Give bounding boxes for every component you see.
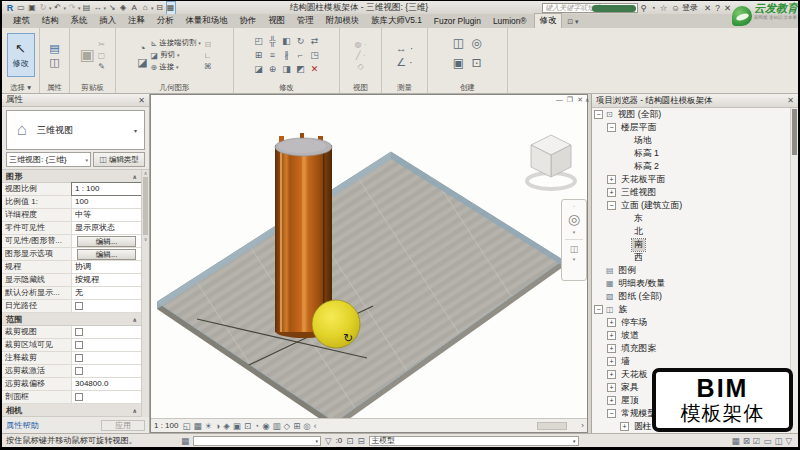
- unpin-icon[interactable]: ◩: [294, 63, 307, 76]
- detail-level-icon[interactable]: ◱: [182, 421, 190, 431]
- properties-scrollbar[interactable]: ∧∨: [141, 170, 149, 417]
- property-value[interactable]: 协调: [72, 261, 141, 273]
- tree-item-6[interactable]: +三维视图: [592, 186, 790, 199]
- text-icon[interactable]: A: [129, 2, 139, 14]
- checkbox-icon[interactable]: [75, 328, 83, 336]
- ribbon-tab-4[interactable]: 注释: [123, 14, 150, 28]
- tree-expander-icon[interactable]: +: [607, 344, 616, 353]
- ribbon-tab-0[interactable]: 建筑: [8, 14, 35, 28]
- edit-button[interactable]: 编辑...: [77, 249, 136, 260]
- type-properties-icon[interactable]: ◫: [49, 56, 59, 68]
- measure-icon-dropdown[interactable]: ▾: [104, 5, 107, 11]
- properties-close-icon[interactable]: ✕: [138, 96, 145, 105]
- tree-item-0[interactable]: −⊡视图 (全部): [592, 108, 790, 121]
- tree-item-3[interactable]: 标高 1: [592, 147, 790, 160]
- join-geometry-big-icon[interactable]: ◪: [137, 56, 147, 68]
- property-group-header-2[interactable]: 相机∧: [2, 404, 149, 417]
- redo-icon-dropdown[interactable]: ▾: [78, 5, 81, 11]
- tree-item-16[interactable]: +停车场: [592, 316, 790, 329]
- project-browser-close-icon[interactable]: ✕: [787, 96, 794, 105]
- zoom-arrow-icon[interactable]: ▾: [573, 256, 576, 262]
- join-tool[interactable]: ⊕连接▾: [151, 62, 179, 72]
- lightbulb-icon[interactable]: ◍ ·: [355, 40, 367, 49]
- type-selector[interactable]: ⌂ 三维视图 ▾: [6, 110, 145, 150]
- ribbon-tab-modify-active[interactable]: 修改: [534, 13, 563, 28]
- section-icon[interactable]: ⊟: [155, 2, 165, 14]
- ribbon-tab-9[interactable]: 管理: [292, 14, 319, 28]
- demolish-icon[interactable]: ⌘: [204, 62, 212, 71]
- trim-icon[interactable]: ⌐: [294, 49, 307, 62]
- panel-select-label[interactable]: 选择 ▾: [2, 82, 39, 93]
- viewport-close-icon[interactable]: ✕: [577, 96, 583, 104]
- aligned-dimension-icon[interactable]: ↘: [107, 2, 117, 14]
- undo-icon[interactable]: ↶: [53, 2, 63, 14]
- property-value[interactable]: 编辑...: [72, 235, 141, 247]
- tree-expander-icon[interactable]: −: [607, 201, 616, 210]
- tree-expander-icon[interactable]: −: [607, 409, 616, 418]
- property-value[interactable]: 100: [72, 196, 141, 208]
- property-value[interactable]: 编辑...: [72, 248, 141, 260]
- window-close-icon[interactable]: ✕: [724, 3, 731, 13]
- property-value[interactable]: 按规程: [72, 274, 141, 286]
- tree-item-14[interactable]: ▧图纸 (全部): [592, 290, 790, 303]
- tree-expander-icon[interactable]: +: [607, 331, 616, 340]
- property-value[interactable]: [72, 339, 141, 351]
- tree-expander-icon[interactable]: +: [620, 422, 629, 431]
- temporary-hide-isolate-icon[interactable]: ◔: [254, 421, 259, 431]
- sun-path-icon[interactable]: ☀: [205, 421, 213, 431]
- tree-expander-icon[interactable]: −: [607, 123, 616, 132]
- property-value[interactable]: 显示原状态: [72, 222, 141, 234]
- select-links-icon[interactable]: ▦: [732, 436, 740, 446]
- tree-item-13[interactable]: ▦明细表/数量: [592, 277, 790, 290]
- properties-help-link[interactable]: 属性帮助: [6, 420, 39, 431]
- tree-item-2[interactable]: 场地: [592, 134, 790, 147]
- exchange-apps-icon[interactable]: ✕: [704, 3, 711, 13]
- tag-icon[interactable]: ◈: [118, 2, 128, 14]
- checkbox-icon[interactable]: [75, 367, 83, 375]
- apply-button[interactable]: 应用: [101, 420, 145, 431]
- select-underlay-icon[interactable]: ⊠: [743, 436, 750, 446]
- floor-slab[interactable]: [157, 152, 563, 418]
- revit-logo-icon[interactable]: R: [5, 2, 15, 14]
- cope-icon[interactable]: ◰: [252, 35, 265, 48]
- tree-item-7[interactable]: −立面 (建筑立面): [592, 199, 790, 212]
- default-3d-view-icon[interactable]: ⌂: [140, 2, 150, 14]
- rendering-dialog-icon[interactable]: ◈: [223, 421, 230, 431]
- steering-wheel-icon[interactable]: ◎: [568, 211, 580, 227]
- displace-icon[interactable]: ◇: [357, 62, 363, 71]
- select-by-face-icon[interactable]: ▭: [763, 436, 771, 446]
- tree-expander-icon[interactable]: +: [607, 396, 616, 405]
- cut-geometry-big-icon[interactable]: ◔: [139, 42, 146, 54]
- create-parts-icon[interactable]: ⊡: [469, 56, 485, 74]
- reveal-constraints-icon[interactable]: ⊞: [293, 421, 300, 431]
- tree-item-17[interactable]: +坡道: [592, 329, 790, 342]
- worksets-icon[interactable]: ▦: [181, 436, 189, 446]
- tree-item-12[interactable]: ▤图例: [592, 264, 790, 277]
- copy-to-clipboard-icon[interactable]: ▢: [98, 51, 106, 60]
- filter-icon[interactable]: ▽: [785, 436, 792, 446]
- ribbon-tab-5[interactable]: 分析: [152, 14, 179, 28]
- tree-item-8[interactable]: 东: [592, 212, 790, 225]
- group-collapse-icon[interactable]: ∧: [132, 316, 137, 323]
- ribbon-tab-1[interactable]: 结构: [37, 14, 64, 28]
- view-filter-combo[interactable]: 三维视图: {三维} ▾: [6, 152, 91, 167]
- open-icon[interactable]: ▭: [16, 2, 26, 14]
- tree-item-1[interactable]: −楼层平面: [592, 121, 790, 134]
- crop-view-icon[interactable]: ▣: [233, 421, 241, 431]
- ribbon-tab-11[interactable]: 族库大师V5.1: [366, 14, 427, 28]
- drag-on-selection-icon[interactable]: ◫: [774, 436, 782, 446]
- paint-icon[interactable]: ◪: [252, 63, 265, 76]
- viewport-3d[interactable]: ↻ — ❐ ✕ ◦ ◎ ▾ ◫ ▾ 1 : 100: [150, 94, 588, 433]
- ribbon-tab-3[interactable]: 插入: [94, 14, 121, 28]
- align-icon[interactable]: ≡: [266, 49, 279, 62]
- tree-item-10[interactable]: 南: [592, 238, 790, 251]
- undo-icon-dropdown[interactable]: ▾: [64, 5, 67, 11]
- exclude-options-icon[interactable]: ⊟: [357, 436, 364, 446]
- tree-expander-icon[interactable]: +: [607, 188, 616, 197]
- tree-item-4[interactable]: 标高 2: [592, 160, 790, 173]
- create-assembly-icon[interactable]: ▣: [451, 56, 467, 74]
- scroll-right-icon[interactable]: ›: [581, 421, 584, 430]
- paste-icon[interactable]: ▣: [80, 49, 95, 61]
- select-pinned-icon[interactable]: ☑: [753, 436, 761, 446]
- sync-with-central-icon[interactable]: ↻: [38, 2, 48, 14]
